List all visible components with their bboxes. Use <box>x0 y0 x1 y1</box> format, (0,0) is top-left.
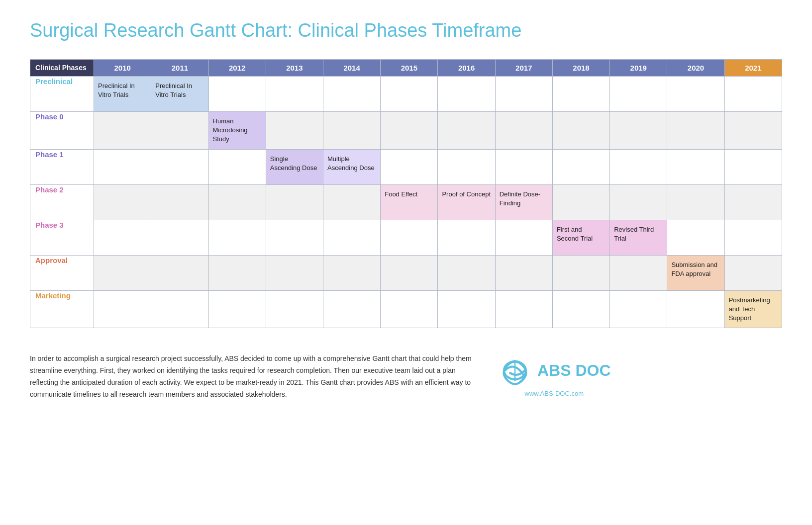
cell-phase1-2019 <box>610 149 667 184</box>
cell-phase0-2021 <box>724 112 782 150</box>
header-year-2014: 2014 <box>323 60 380 77</box>
cell-marketing-2020 <box>667 290 724 328</box>
header-year-2010: 2010 <box>94 60 151 77</box>
row-phase2: Phase 2 Food EffectProof of ConceptDefin… <box>30 184 782 220</box>
cell-phase1-2020 <box>667 149 724 184</box>
cell-preclinical-2010: Preclinical In Vitro Trials <box>94 77 151 112</box>
title-part2: Clinical Phases Timeframe <box>298 20 522 41</box>
row-preclinical: PreclinicalPreclinical In Vitro TrialsPr… <box>30 77 782 112</box>
cell-phase1-2014: Multiple Ascending Dose <box>323 149 380 184</box>
cell-phase0-2011 <box>151 112 208 150</box>
cell-phase1-2015 <box>381 149 438 184</box>
cell-phase0-2018 <box>552 112 609 150</box>
title-part1: Surgical Research Gantt Chart: <box>30 20 298 41</box>
header-year-2016: 2016 <box>438 60 495 77</box>
cell-phase1-2013: Single Ascending Dose <box>266 149 323 184</box>
row-phase3: Phase 3 First and Second TrialRevised Th… <box>30 220 782 255</box>
cell-phase3-2011 <box>151 220 208 255</box>
cell-preclinical-2016 <box>438 77 495 112</box>
cell-phase2-2011 <box>151 184 208 220</box>
row-marketing: Marketing Postmarketing and Tech Support <box>30 290 782 328</box>
cell-phase3-2018: First and Second Trial <box>552 220 609 255</box>
cell-preclinical-2021 <box>724 77 782 112</box>
cell-marketing-2016 <box>438 290 495 328</box>
cell-preclinical-2017 <box>495 77 552 112</box>
cell-phase3-2020 <box>667 220 724 255</box>
cell-phase0-2019 <box>610 112 667 150</box>
cell-phase3-2012 <box>208 220 266 255</box>
cell-phase3-2021 <box>724 220 782 255</box>
phase-label-phase3: Phase 3 <box>30 220 94 255</box>
cell-phase0-2012: Human Microdosing Study <box>208 112 266 150</box>
cell-phase3-2017 <box>495 220 552 255</box>
cell-marketing-2013 <box>266 290 323 328</box>
cell-approval-2021 <box>724 255 782 290</box>
header-year-2015: 2015 <box>381 60 438 77</box>
cell-preclinical-2019 <box>610 77 667 112</box>
cell-preclinical-2011: Preclinical In Vitro Trials <box>151 77 208 112</box>
phase-label-approval: Approval <box>30 255 94 290</box>
cell-phase3-2010 <box>94 220 151 255</box>
header-year-2020: 2020 <box>667 60 724 77</box>
page-title: Surgical Research Gantt Chart: Clinical … <box>30 20 782 41</box>
cell-preclinical-2014 <box>323 77 380 112</box>
cell-phase0-2020 <box>667 112 724 150</box>
cell-phase1-2010 <box>94 149 151 184</box>
phase-label-marketing: Marketing <box>30 290 94 328</box>
cell-approval-2016 <box>438 255 495 290</box>
cell-phase2-2016: Proof of Concept <box>438 184 495 220</box>
cell-phase2-2019 <box>610 184 667 220</box>
cell-phase3-2015 <box>381 220 438 255</box>
cell-preclinical-2020 <box>667 77 724 112</box>
cell-phase3-2014 <box>323 220 380 255</box>
header-year-2021: 2021 <box>724 60 782 77</box>
cell-phase1-2017 <box>495 149 552 184</box>
header-year-2018: 2018 <box>552 60 609 77</box>
cell-marketing-2014 <box>323 290 380 328</box>
cell-approval-2014 <box>323 255 380 290</box>
header-year-2011: 2011 <box>151 60 208 77</box>
row-phase0: Phase 0 Human Microdosing Study <box>30 112 782 150</box>
logo-name: ABS DOC <box>537 361 611 380</box>
cell-phase2-2010 <box>94 184 151 220</box>
phase-label-phase2: Phase 2 <box>30 184 94 220</box>
cell-phase0-2015 <box>381 112 438 150</box>
cell-approval-2017 <box>495 255 552 290</box>
logo-url: www.ABS-DOC.com <box>525 390 584 397</box>
cell-marketing-2017 <box>495 290 552 328</box>
cell-phase2-2013 <box>266 184 323 220</box>
header-year-2019: 2019 <box>610 60 667 77</box>
cell-phase3-2019: Revised Third Trial <box>610 220 667 255</box>
cell-approval-2013 <box>266 255 323 290</box>
cell-phase0-2010 <box>94 112 151 150</box>
cell-approval-2012 <box>208 255 266 290</box>
cell-marketing-2021: Postmarketing and Tech Support <box>724 290 782 328</box>
cell-phase1-2012 <box>208 149 266 184</box>
cell-phase1-2016 <box>438 149 495 184</box>
cell-marketing-2011 <box>151 290 208 328</box>
cell-phase2-2020 <box>667 184 724 220</box>
cell-marketing-2010 <box>94 290 151 328</box>
cell-phase1-2021 <box>724 149 782 184</box>
cell-marketing-2019 <box>610 290 667 328</box>
cell-approval-2015 <box>381 255 438 290</box>
cell-phase2-2012 <box>208 184 266 220</box>
cell-phase1-2011 <box>151 149 208 184</box>
cell-preclinical-2012 <box>208 77 266 112</box>
footer-description: In order to accomplish a surgical resear… <box>30 353 478 400</box>
cell-phase0-2017 <box>495 112 552 150</box>
cell-phase2-2018 <box>552 184 609 220</box>
cell-preclinical-2018 <box>552 77 609 112</box>
cell-approval-2018 <box>552 255 609 290</box>
cell-preclinical-2015 <box>381 77 438 112</box>
phase-label-phase1: Phase 1 <box>30 149 94 184</box>
header-year-2013: 2013 <box>266 60 323 77</box>
cell-phase0-2013 <box>266 112 323 150</box>
gantt-table: Clinical Phases2010201120122013201420152… <box>30 59 782 328</box>
cell-approval-2010 <box>94 255 151 290</box>
cell-preclinical-2013 <box>266 77 323 112</box>
cell-phase0-2016 <box>438 112 495 150</box>
cell-approval-2019 <box>610 255 667 290</box>
cell-phase2-2021 <box>724 184 782 220</box>
cell-phase1-2018 <box>552 149 609 184</box>
